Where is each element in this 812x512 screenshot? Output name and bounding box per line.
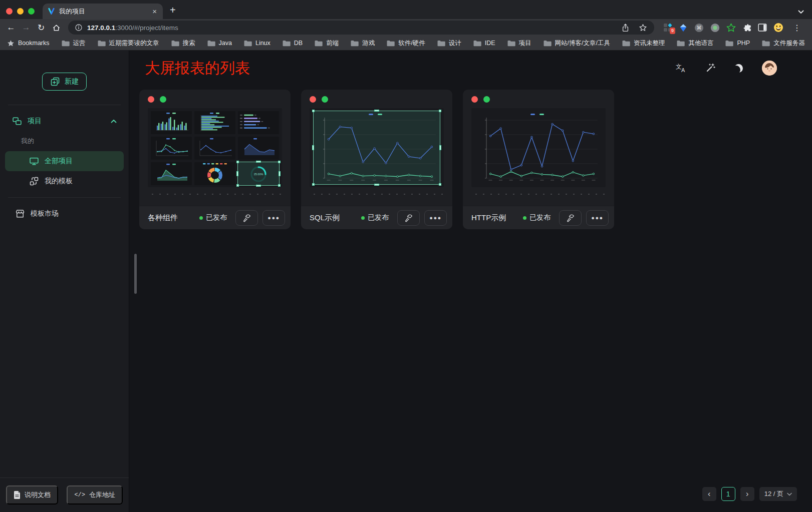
tab-close-icon[interactable]: × [151,8,158,15]
bookmark-folder[interactable]: Linux [244,39,270,48]
selection-handle[interactable] [278,161,281,163]
back-button[interactable]: ← [4,21,18,35]
prev-page-button[interactable]: ‹ [702,487,716,501]
bookmark-folder[interactable]: 资讯未整理 [622,39,665,48]
app-window: 新建 项目 我的 全部项目 [0,51,812,512]
project-thumbnail[interactable] [310,108,444,187]
more-actions-button[interactable]: ●●● [424,210,447,226]
bookmarks-root[interactable]: Bookmarks [7,40,50,47]
bookmark-folder[interactable]: 项目 [507,39,531,48]
gem-extension-icon[interactable] [679,23,688,33]
zoom-window-button[interactable] [28,8,35,15]
record-extension-icon[interactable] [710,23,720,33]
selection-handle[interactable] [256,161,261,163]
more-actions-button[interactable]: ●●● [586,210,609,226]
bookmark-folder[interactable]: IDE [473,39,495,48]
bookmark-folder-label: DB [294,40,303,47]
selection-handle[interactable] [236,161,239,163]
bookmark-folder[interactable]: 设计 [437,39,461,48]
chevron-up-icon[interactable] [111,119,117,123]
sidebar-group-project[interactable]: 项目 [5,111,124,131]
command-extension-icon[interactable]: ⌘ [694,23,704,33]
selection-handle[interactable] [439,183,441,186]
selection-handle[interactable] [279,171,281,176]
site-info-icon[interactable] [75,24,82,31]
edit-project-button[interactable] [397,210,420,226]
folder-icon [387,40,395,47]
selection-handle[interactable] [312,183,315,186]
scrollbar-thumb[interactable] [134,254,137,294]
sidebar-item-template-market[interactable]: 模板市场 [5,204,124,224]
window-controls[interactable] [0,8,43,19]
browser-menu-icon[interactable]: ⋮ [790,23,804,33]
folder-icon [98,40,106,47]
edit-project-button[interactable] [235,210,258,226]
bookmark-folder[interactable]: 其他语言 [677,39,713,48]
sidebar-group-mine-label: 我的 [5,131,124,151]
bookmark-folder-label: Linux [255,40,270,47]
bookmark-folder[interactable]: 文件服务器 [762,39,805,48]
new-tab-button[interactable]: + [163,5,176,19]
green-star-extension-icon[interactable] [726,23,736,33]
docs-button[interactable]: 说明文档 [6,485,58,504]
home-button[interactable] [49,21,63,35]
browser-tab[interactable]: 我的项目 × [43,4,163,19]
share-icon[interactable] [621,24,630,32]
bookmark-folder[interactable]: 软件/硬件 [387,39,425,48]
page-size-select[interactable]: 12 / 页 [759,487,797,501]
bookmark-folder[interactable]: 近期需要读的文章 [98,39,159,48]
side-panel-icon[interactable] [758,24,767,32]
magic-wand-icon[interactable] [705,63,715,73]
bookmark-folder[interactable]: Java [207,39,232,48]
selection-handle[interactable] [312,110,315,112]
bookmark-star-icon[interactable] [639,24,647,32]
emoji-extension-icon[interactable] [773,23,783,33]
line-chart-thumbnail [475,111,602,184]
code-icon: </> [74,491,85,498]
minimize-window-button[interactable] [17,8,24,15]
selection-handle[interactable] [374,184,379,186]
language-icon[interactable]: 文A [675,63,686,73]
project-thumbnail[interactable]: 25.00% [148,108,282,187]
folder-icon [283,40,291,47]
bookmark-folder[interactable]: DB [283,39,303,48]
bookmark-folder[interactable]: 网站/博客/文章/工具 [544,39,610,48]
tab-search-chevron-icon[interactable] [798,10,812,19]
mini-chart-area2 [151,162,192,185]
project-card[interactable]: HTTP示例 已发布 ●●● [463,90,614,229]
selection-handle[interactable] [256,185,261,187]
edit-project-button[interactable] [559,210,582,226]
sidebar-item-all-projects[interactable]: 全部项目 [5,151,124,171]
selection-handle[interactable] [312,145,314,150]
new-project-button[interactable]: 新建 [42,73,87,91]
next-page-button[interactable]: › [740,487,754,501]
repo-button[interactable]: </> 仓库地址 [67,485,123,504]
bookmark-folder[interactable]: 前端 [315,39,339,48]
selection-handle[interactable] [236,184,239,187]
selection-handle[interactable] [278,184,281,187]
selection-handle[interactable] [439,145,441,150]
project-card[interactable]: SQL示例 已发布 ●●● [301,90,452,229]
project-card[interactable]: 25.00% 各种组件 已发布 ●●● [139,90,291,229]
project-thumbnail[interactable] [471,108,606,187]
bookmark-folder[interactable]: 游戏 [351,39,375,48]
sidebar-item-my-templates[interactable]: 我的模板 [5,171,124,191]
selection-handle[interactable] [374,110,379,112]
bookmark-folder[interactable]: 运营 [62,39,86,48]
close-window-button[interactable] [6,8,13,15]
user-avatar[interactable] [762,61,777,76]
bookmark-folder-label: 前端 [326,39,339,48]
selection-handle[interactable] [439,110,441,112]
reload-button[interactable]: ↻ [34,21,48,35]
dark-mode-moon-icon[interactable] [734,64,743,73]
current-page-button[interactable]: 1 [721,487,735,501]
bookmark-folder[interactable]: 搜索 [171,39,195,48]
more-actions-button[interactable]: ●●● [262,210,285,226]
grid-extension-icon[interactable]: 9 [663,23,672,32]
address-bar[interactable]: 127.0.0.1:3000/#/project/items [68,21,654,35]
selection-handle[interactable] [236,171,238,176]
puzzle-extensions-icon[interactable] [742,23,751,32]
bookmark-folder[interactable]: PHP [725,39,750,48]
bookmark-folder-label: 搜索 [183,39,195,48]
url-text[interactable]: 127.0.0.1:3000/#/project/items [87,24,178,32]
